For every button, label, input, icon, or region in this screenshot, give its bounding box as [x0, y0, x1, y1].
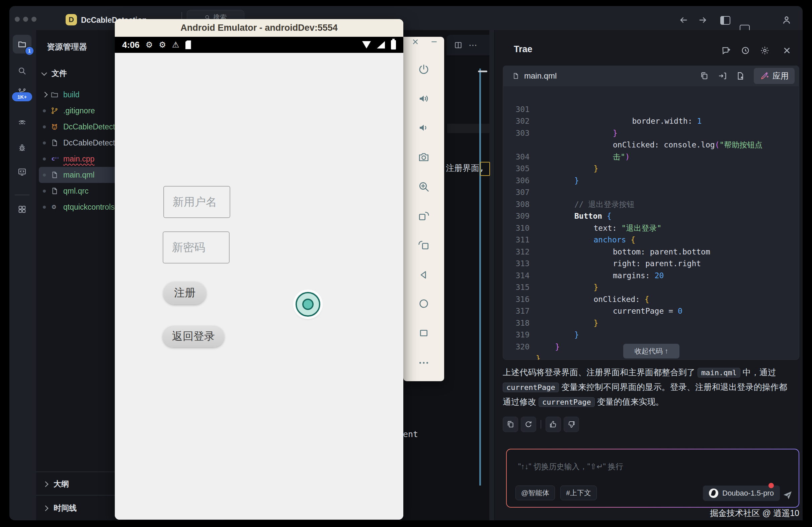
file-dot-icon: [43, 157, 46, 161]
new-chat-button[interactable]: [721, 45, 731, 56]
chevron-right-icon: [43, 505, 48, 511]
divider: [540, 420, 541, 429]
code-line: 318 }: [503, 305, 799, 317]
code-line: 309 text: "退出登录": [503, 199, 799, 211]
model-selector[interactable]: Doubao-1.5-pro: [703, 485, 780, 501]
rotate-left-button[interactable]: [418, 210, 430, 222]
emulator-title: Android Emulator - androidDev:5554: [115, 19, 403, 37]
app-icon: D: [66, 14, 77, 26]
zoom-button[interactable]: [418, 181, 430, 193]
close-panel-button[interactable]: [782, 45, 792, 56]
split-editor-button[interactable]: [454, 41, 463, 49]
cat-icon: [50, 123, 59, 131]
file-name: main.qml: [63, 170, 95, 180]
camera-icon: [418, 159, 430, 164]
account-button[interactable]: [781, 15, 792, 26]
editor-indent-guide: [479, 69, 481, 485]
code-line: 击"): [503, 127, 799, 139]
traffic-light-zoom[interactable]: [31, 17, 37, 22]
code-line: 306: [503, 163, 799, 175]
section-files[interactable]: 文件: [42, 68, 67, 79]
volume-down-button[interactable]: [418, 122, 430, 134]
inline-code: currentPage: [503, 382, 559, 392]
volume-down-icon: [418, 129, 430, 135]
toggle-left-sidebar-button[interactable]: [720, 16, 730, 25]
new-file-button[interactable]: [736, 71, 745, 80]
warning-status-icon: ⚠: [172, 41, 179, 49]
activitybar-terminal[interactable]: [17, 167, 27, 177]
collapse-code-button[interactable]: 收起代码 ↑: [623, 344, 680, 359]
nav-forward-button[interactable]: [698, 15, 708, 25]
code-line: 305 }: [503, 151, 799, 163]
more-button[interactable]: [418, 357, 430, 369]
grid-icon: [17, 205, 27, 214]
nav-back-button[interactable]: [679, 15, 688, 25]
activitybar-preview[interactable]: [17, 118, 27, 127]
thumbs-down-button[interactable]: [564, 417, 579, 432]
section-timeline[interactable]: 时间线: [44, 503, 77, 513]
send-button[interactable]: [782, 490, 793, 501]
rotate-right-button[interactable]: [418, 239, 430, 251]
explorer-badge: 1: [25, 46, 34, 56]
history-button[interactable]: [740, 45, 750, 56]
code-line: 317 }: [503, 293, 799, 306]
bug-icon: [17, 143, 27, 152]
copy-code-button[interactable]: [699, 71, 709, 80]
back-icon: [418, 276, 430, 282]
back-to-login-button[interactable]: 返回登录: [163, 326, 224, 347]
traffic-light-close[interactable]: [15, 17, 20, 22]
apply-button[interactable]: 应用: [754, 68, 795, 84]
editor-more-button[interactable]: ⋯: [468, 44, 478, 47]
traffic-light-minimize[interactable]: [23, 17, 28, 22]
code-line: 319 }: [503, 317, 799, 329]
file-dot-icon: [43, 141, 46, 145]
insert-code-button[interactable]: [717, 71, 727, 80]
activitybar-explorer[interactable]: [17, 40, 27, 49]
emulator-close-button[interactable]: [411, 37, 420, 46]
file-icon: [512, 72, 520, 80]
editor-text-ent: ent: [403, 430, 418, 439]
activitybar-search[interactable]: [17, 66, 27, 76]
volume-up-button[interactable]: [418, 93, 430, 105]
context-chip[interactable]: #上下文: [560, 485, 597, 500]
new-password-input[interactable]: [163, 231, 230, 264]
status-time: 4:06: [122, 40, 140, 50]
more-icon: [418, 364, 430, 370]
search-icon: [17, 66, 27, 76]
send-icon: [782, 490, 793, 501]
android-status-bar: 4:06 ⚙ ⚙ ⚠: [115, 37, 403, 53]
regenerate-button[interactable]: [521, 417, 536, 432]
emulator-minimize-button[interactable]: [430, 37, 438, 46]
camera-button[interactable]: [418, 151, 430, 163]
svg-text:⚙: ⚙: [52, 204, 57, 210]
agent-chip[interactable]: @智能体: [516, 485, 555, 500]
back-button[interactable]: [418, 269, 430, 281]
thumbs-up-button[interactable]: [546, 417, 561, 432]
screenshot-root: D DcCableDetection 搜索 1 1K+ 资源管理器: [0, 0, 812, 527]
minimize-icon: [430, 37, 438, 46]
person-icon: [781, 15, 792, 26]
home-button[interactable]: [418, 298, 430, 310]
cpp-icon: C++: [50, 155, 59, 163]
code-line: 307 // 退出登录按钮: [503, 175, 799, 187]
overview-button[interactable]: [418, 327, 430, 339]
copy-message-button[interactable]: [503, 417, 518, 432]
split-icon: [454, 41, 463, 49]
activitybar-debug[interactable]: [17, 143, 27, 152]
code-line: 303 onClicked: console.log("帮助按钮点: [503, 115, 799, 127]
power-button[interactable]: [418, 63, 430, 76]
code-line: 301 border.width: 1: [503, 92, 799, 104]
folder-icon: [50, 91, 59, 99]
battery-icon: [391, 40, 396, 49]
chevron-right-icon: [42, 92, 48, 97]
file-name: main.cpp: [63, 154, 95, 164]
code-block: 301 border.width: 1 302 } 303 onClicked:…: [503, 86, 799, 360]
scrollbar-thumb[interactable]: [478, 71, 487, 72]
editor-tabbar: ⋯: [447, 35, 489, 56]
overview-icon: [418, 334, 430, 340]
settings-button[interactable]: [760, 45, 770, 56]
new-username-input[interactable]: [163, 186, 230, 218]
section-outline[interactable]: 大纲: [44, 479, 69, 489]
register-button[interactable]: 注册: [163, 282, 206, 304]
activitybar-extensions[interactable]: [17, 205, 27, 214]
